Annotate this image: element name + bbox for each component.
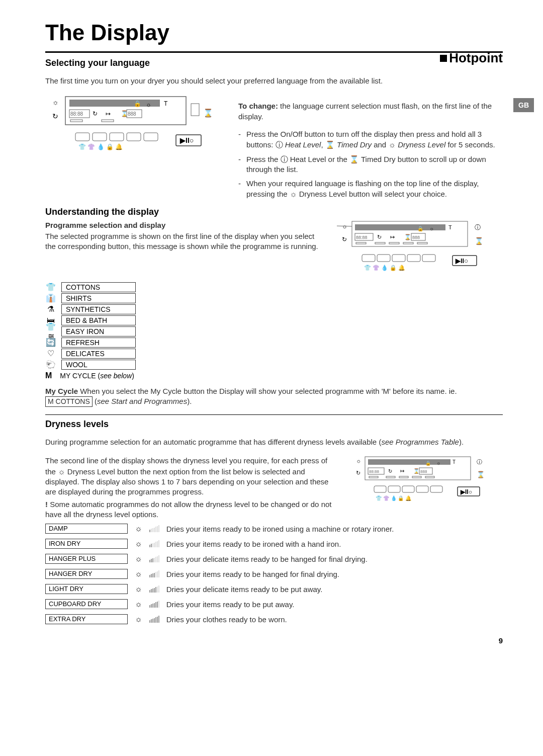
svg-rect-19 — [75, 133, 89, 141]
divider — [45, 51, 503, 53]
svg-rect-77 — [425, 476, 434, 478]
programme-row: ♡DELICATES — [45, 348, 503, 359]
svg-text:ⓘ: ⓘ — [475, 224, 481, 231]
svg-text:↻: ↻ — [342, 236, 347, 243]
svg-text:⌛: ⌛ — [477, 470, 485, 479]
svg-text:↻: ↻ — [377, 234, 382, 240]
sun-icon: ☼ — [290, 190, 297, 198]
svg-text:▶II○: ▶II○ — [460, 488, 472, 495]
sun-icon: ☼ — [135, 600, 142, 609]
svg-rect-22 — [127, 133, 141, 141]
programme-row: ⚗SYNTHETICS — [45, 304, 503, 315]
signal-bars-icon — [149, 570, 159, 577]
svg-rect-81 — [416, 486, 428, 492]
svg-rect-75 — [399, 476, 408, 478]
mycycle-letter: M — [45, 371, 52, 380]
dryness-label: HANGER DRY — [45, 569, 128, 579]
svg-rect-79 — [388, 486, 400, 492]
svg-text:☼: ☼ — [146, 101, 151, 108]
signal-bars-icon — [149, 555, 159, 562]
svg-text:☼: ☼ — [52, 98, 59, 106]
to-change-text: To change: the language current selectio… — [238, 101, 503, 122]
svg-rect-48 — [362, 255, 375, 262]
svg-text:👕 👚 💧 🔒 🔔: 👕 👚 💧 🔒 🔔 — [376, 495, 412, 501]
svg-text:88:88: 88:88 — [70, 111, 83, 117]
svg-rect-51 — [407, 255, 420, 262]
svg-rect-80 — [402, 486, 414, 492]
svg-rect-76 — [412, 476, 421, 478]
svg-text:ⓘ: ⓘ — [477, 459, 482, 465]
understanding-heading: Understanding the display — [45, 207, 503, 217]
programme-list: 👕COTTONS👔SHIRTS⚗SYNTHETICS🛏BED & BATH👕≋E… — [45, 282, 503, 370]
dryness-heading: Dryness levels — [45, 419, 503, 430]
svg-text:⌛: ⌛ — [475, 237, 484, 245]
svg-text:T: T — [164, 100, 168, 107]
selecting-heading: Selecting your language — [45, 58, 503, 68]
sun-icon: ☼ — [135, 539, 142, 548]
sun-icon: ☼ — [135, 615, 142, 624]
svg-text:88:88: 88:88 — [356, 235, 368, 240]
display-illustration-1: ☼ ↻ T 88:88 ↻ ↦ ⌛ 888 ☼ 🔒 ⌛ — [45, 94, 226, 204]
svg-text:↦: ↦ — [106, 110, 111, 117]
sun-icon: ☼ — [388, 140, 396, 149]
programme-row: 👔SHIRTS — [45, 293, 503, 304]
svg-text:↻: ↻ — [356, 470, 360, 476]
brand-logo: Hotpoint — [440, 50, 503, 66]
dryness-desc: Dries your items ready to be ironed usin… — [166, 525, 394, 533]
signal-bars-icon — [149, 540, 159, 547]
divider — [45, 414, 503, 415]
display-illustration-2: ☼ ↻ T ⓘ ⌛ 88:88 ↻ ↦ ⌛ 888 🔒 ☼ — [337, 219, 503, 282]
hourglass-icon: ⌛ — [349, 155, 359, 163]
svg-rect-49 — [377, 255, 390, 262]
svg-text:☼: ☼ — [436, 461, 440, 466]
signal-bars-icon — [149, 616, 159, 623]
signal-bars-icon — [149, 585, 159, 593]
svg-text:☼: ☼ — [356, 458, 361, 464]
svg-text:🔒: 🔒 — [134, 100, 141, 107]
svg-rect-9 — [70, 120, 82, 122]
dryness-desc: Dries your items ready to be ironed with… — [166, 540, 341, 548]
programme-label: COTTONS — [62, 282, 136, 292]
dryness-label: CUPBOARD DRY — [45, 599, 128, 609]
svg-rect-44 — [375, 242, 385, 244]
mycycle-row: M MY CYCLE (see below) — [45, 370, 503, 381]
svg-rect-23 — [144, 133, 158, 141]
dryness-p1: During programme selection for an automa… — [45, 437, 503, 447]
refresh-icon: 🔄 — [45, 338, 56, 347]
dryness-desc: Dries your delicate items ready to be pu… — [166, 585, 323, 594]
dryness-desc: Dries your clothes ready to be worn. — [166, 615, 287, 624]
signal-bars-icon — [149, 601, 159, 608]
svg-text:↻: ↻ — [52, 112, 58, 120]
svg-text:88:88: 88:88 — [369, 469, 380, 474]
programme-label: EASY IRON — [62, 326, 136, 336]
svg-text:⌛: ⌛ — [121, 110, 128, 117]
svg-rect-45 — [389, 242, 399, 244]
dryness-row: HANGER PLUS☼Dries your delicate items re… — [45, 552, 503, 566]
programme-row: 👕COTTONS — [45, 282, 503, 293]
signal-bars-icon — [149, 525, 159, 532]
page-number: 9 — [45, 636, 503, 645]
selecting-intro: The first time you turn on your dryer yo… — [45, 76, 503, 86]
programme-label: WOOL — [62, 360, 136, 369]
svg-text:☼: ☼ — [429, 226, 434, 231]
svg-rect-82 — [430, 486, 442, 492]
svg-text:888: 888 — [412, 235, 420, 240]
svg-rect-20 — [93, 133, 107, 141]
programme-label: REFRESH — [62, 338, 136, 347]
svg-text:↻: ↻ — [388, 468, 392, 474]
heat-icon: ⓘ — [276, 140, 283, 149]
dryness-p2: The second line of the display shows the… — [45, 456, 340, 497]
understanding-text: The selected programme is shown on the f… — [45, 231, 327, 252]
svg-text:▶II○: ▶II○ — [455, 257, 468, 265]
svg-text:↻: ↻ — [93, 110, 98, 117]
svg-text:T: T — [452, 459, 456, 465]
dryness-label: LIGHT DRY — [45, 584, 128, 594]
sun-icon: ☼ — [135, 524, 142, 533]
dryness-desc: Dries your delicate items ready to be ha… — [166, 555, 368, 563]
svg-text:⌛: ⌛ — [413, 468, 420, 474]
dryness-note: ! Some automatic programmes do not allow… — [45, 499, 340, 520]
programme-row: 🛏BED & BATH — [45, 315, 503, 326]
svg-rect-46 — [403, 242, 413, 244]
to-change-label: To change: — [238, 102, 278, 110]
svg-rect-78 — [374, 486, 386, 492]
